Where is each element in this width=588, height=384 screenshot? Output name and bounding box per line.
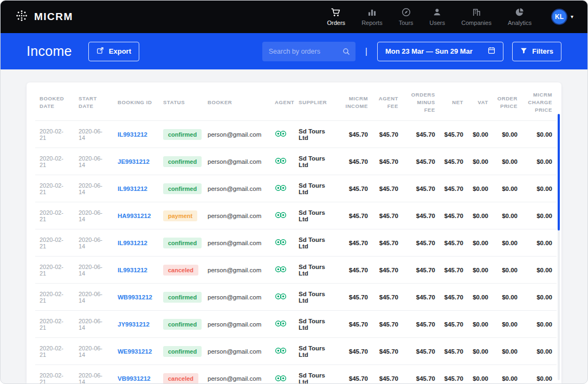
filters-button[interactable]: Filters bbox=[512, 42, 561, 61]
column-header-micrm-income: MICRM INCOME bbox=[340, 82, 372, 121]
nav-item-analytics[interactable]: Analytics bbox=[508, 8, 532, 26]
agent-cell bbox=[270, 229, 294, 257]
avatar[interactable]: KL bbox=[551, 9, 567, 25]
order-price-cell: $0.00 bbox=[493, 365, 522, 383]
export-button[interactable]: Export bbox=[88, 42, 139, 61]
booking-id-link[interactable]: IL9931212 bbox=[118, 131, 147, 138]
nav-item-companies[interactable]: Companies bbox=[461, 8, 492, 26]
vat-cell: $0.00 bbox=[468, 284, 493, 311]
brand[interactable]: MICRM bbox=[15, 9, 73, 25]
orders-minus-fee-cell: $45.70 bbox=[403, 202, 440, 229]
micrm-income-cell: $45.70 bbox=[340, 284, 372, 311]
booking-id-link[interactable]: VB9931212 bbox=[118, 375, 151, 382]
micrm-charge-price-cell: $0.00 bbox=[522, 229, 557, 257]
booked-date-cell: 2020-02-21 bbox=[35, 257, 74, 284]
booking-id-link[interactable]: IL9931212 bbox=[118, 240, 147, 246]
status-cell: canceled bbox=[159, 257, 203, 284]
header-divider: | bbox=[365, 47, 367, 56]
start-date-cell: 2020-06-14 bbox=[74, 257, 113, 284]
supplier-cell: Sd Tours Ltd bbox=[294, 284, 340, 311]
agent-fee-cell: $45.70 bbox=[372, 338, 403, 365]
tripadvisor-icon bbox=[275, 347, 287, 354]
calendar-icon bbox=[488, 47, 495, 56]
nav-item-label: Orders bbox=[327, 20, 346, 26]
booker-cell: person@gmail.com bbox=[203, 284, 270, 311]
start-date-cell: 2020-06-14 bbox=[74, 311, 113, 338]
nav-item-tours[interactable]: Tours bbox=[399, 8, 413, 26]
cart-icon bbox=[331, 8, 341, 17]
table-row: 2020-02-212020-06-14IL9931212confirmedpe… bbox=[35, 229, 557, 257]
booking-id-link[interactable]: JE9931212 bbox=[118, 158, 150, 165]
net-cell: $45.70 bbox=[440, 202, 468, 229]
scrollbar-track[interactable] bbox=[558, 114, 560, 380]
net-cell: $45.70 bbox=[440, 229, 468, 257]
tripadvisor-icon bbox=[275, 239, 287, 246]
nav-item-users[interactable]: Users bbox=[430, 8, 445, 26]
booking-id-link[interactable]: WE9931212 bbox=[118, 348, 152, 355]
start-date-cell: 2020-06-14 bbox=[74, 202, 113, 229]
companies-icon bbox=[472, 8, 481, 17]
booking-id-cell: IL9931212 bbox=[113, 175, 159, 202]
nav-item-reports[interactable]: Reports bbox=[361, 8, 383, 26]
net-cell: $45.70 bbox=[440, 121, 468, 148]
micrm-income-cell: $45.70 bbox=[340, 338, 372, 365]
booking-id-link[interactable]: IL9931212 bbox=[118, 185, 147, 192]
start-date-cell: 2020-06-14 bbox=[74, 229, 113, 257]
booking-id-link[interactable]: IL9931212 bbox=[118, 267, 147, 273]
orders-table: BOOKED DATESTART DATEBOOKING IDSTATUSBOO… bbox=[35, 82, 557, 383]
start-date-cell: 2020-06-14 bbox=[74, 365, 113, 383]
net-cell: $45.70 bbox=[440, 175, 468, 202]
order-price-cell: $0.00 bbox=[493, 257, 522, 284]
supplier-cell: Sd Tours Ltd bbox=[294, 121, 340, 148]
tripadvisor-icon bbox=[275, 130, 287, 137]
agent-fee-cell: $45.70 bbox=[372, 365, 403, 383]
booking-id-link[interactable]: WB9931212 bbox=[118, 294, 152, 300]
booking-id-link[interactable]: HA9931212 bbox=[118, 213, 151, 219]
search-box bbox=[262, 42, 356, 61]
booking-id-cell: IL9931212 bbox=[113, 229, 159, 257]
booking-id-cell: WE9931212 bbox=[113, 338, 159, 365]
booker-cell: person@gmail.com bbox=[203, 175, 270, 202]
export-label: Export bbox=[109, 47, 131, 55]
order-price-cell: $0.00 bbox=[493, 229, 522, 257]
orders-minus-fee-cell: $45.70 bbox=[403, 365, 440, 383]
vat-cell: $0.00 bbox=[468, 311, 493, 338]
supplier-cell: Sd Tours Ltd bbox=[294, 202, 340, 229]
booked-date-cell: 2020-02-21 bbox=[35, 121, 74, 148]
micrm-income-cell: $45.70 bbox=[340, 121, 372, 148]
tours-icon bbox=[402, 8, 411, 17]
micrm-income-cell: $45.70 bbox=[340, 229, 372, 257]
column-header-agent-fee: AGENT FEE bbox=[372, 82, 403, 121]
agent-cell bbox=[270, 148, 294, 175]
orders-minus-fee-cell: $45.70 bbox=[403, 148, 440, 175]
booker-cell: person@gmail.com bbox=[203, 148, 270, 175]
status-badge: confirmed bbox=[163, 183, 202, 194]
date-range-button[interactable]: Mon 23 Mar — Sun 29 Mar bbox=[377, 42, 503, 61]
export-icon bbox=[96, 47, 104, 56]
nav-item-orders[interactable]: Orders bbox=[327, 8, 346, 26]
order-price-cell: $0.00 bbox=[493, 175, 522, 202]
micrm-income-cell: $45.70 bbox=[340, 148, 372, 175]
agent-cell bbox=[270, 202, 294, 229]
booker-cell: person@gmail.com bbox=[203, 365, 270, 383]
scrollbar-thumb[interactable] bbox=[558, 114, 560, 231]
status-cell: confirmed bbox=[159, 311, 203, 338]
start-date-cell: 2020-06-14 bbox=[74, 121, 113, 148]
table-body: 2020-02-212020-06-14IL9931212confirmedpe… bbox=[35, 121, 557, 383]
net-cell: $45.70 bbox=[440, 311, 468, 338]
status-cell: confirmed bbox=[159, 121, 203, 148]
orders-minus-fee-cell: $45.70 bbox=[403, 257, 440, 284]
tripadvisor-icon bbox=[275, 375, 287, 382]
tripadvisor-icon bbox=[275, 212, 287, 219]
booking-id-link[interactable]: JY9931212 bbox=[118, 321, 150, 328]
search-input[interactable] bbox=[262, 42, 356, 61]
filter-icon bbox=[520, 47, 527, 56]
status-badge: payment bbox=[163, 210, 197, 221]
supplier-cell: Sd Tours Ltd bbox=[294, 257, 340, 284]
booker-cell: person@gmail.com bbox=[203, 257, 270, 284]
column-header-micrm-charge-price: MICRM CHARGE PRICE bbox=[522, 82, 557, 121]
agent-cell bbox=[270, 365, 294, 383]
app-window: MICRM OrdersReportsToursUsersCompaniesAn… bbox=[0, 0, 588, 384]
account-menu[interactable]: KL ▾ bbox=[551, 9, 573, 25]
column-header-supplier: SUPPLIER bbox=[294, 82, 340, 121]
